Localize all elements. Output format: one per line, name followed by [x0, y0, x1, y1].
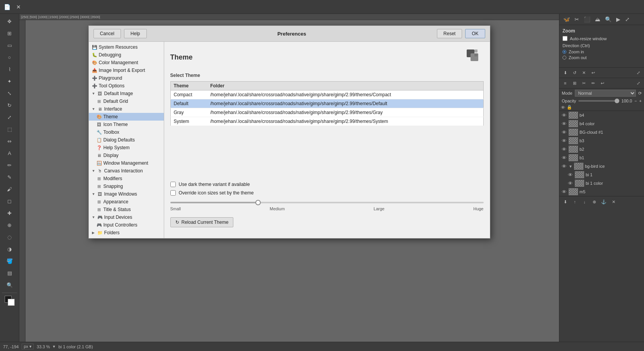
layer-duplicate-btn[interactable]: ⊕: [590, 198, 598, 206]
list-item[interactable]: 👁 m5: [559, 187, 644, 196]
sidebar-item-input-controllers[interactable]: 🎮 Input Controllers: [89, 221, 164, 229]
sidebar-item-dialog-defaults[interactable]: 📋 Dialog Defaults: [89, 136, 164, 144]
tool-perspective[interactable]: ⬚: [4, 123, 15, 135]
sidebar-item-theme[interactable]: 🎨 Theme: [89, 113, 164, 121]
eye-icon[interactable]: 👁: [561, 155, 567, 161]
sidebar-item-system-resources[interactable]: 💾 System Resources: [89, 43, 164, 51]
tool-clone[interactable]: ⊕: [4, 219, 15, 231]
layers-expand[interactable]: ⤢: [634, 79, 642, 87]
tool-gradient[interactable]: ▤: [4, 267, 15, 279]
sidebar-item-input-devices[interactable]: ▼ 🎮 Input Devices: [89, 213, 164, 221]
tool-path[interactable]: ✏: [4, 159, 15, 171]
list-item[interactable]: 👁 BG-cloud #1: [559, 128, 644, 136]
eye-icon[interactable]: 👁: [567, 172, 573, 178]
layer-btn-3[interactable]: ✕: [579, 68, 588, 77]
zoom-in-radio[interactable]: [562, 50, 566, 54]
zoom-out-option[interactable]: Zoom out: [562, 55, 641, 60]
right-butterfly-icon[interactable]: 🦋: [562, 15, 571, 23]
tool-paintbrush[interactable]: 🖌: [4, 183, 15, 195]
layers-icon[interactable]: ≡: [561, 79, 569, 87]
auto-resize-checkbox[interactable]: [562, 36, 568, 41]
tool-rotate[interactable]: ↻: [4, 99, 15, 111]
sidebar-item-display[interactable]: 🖥 Display: [89, 152, 164, 159]
cancel-button[interactable]: Cancel: [93, 29, 121, 38]
list-item[interactable]: 👁 b1: [559, 153, 644, 162]
eye-icon[interactable]: 👁: [561, 129, 567, 135]
unit-select[interactable]: px ▾: [22, 344, 34, 349]
layer-add-btn[interactable]: ⬇: [561, 198, 569, 206]
tool-select-rect[interactable]: ▭: [4, 39, 15, 51]
toolbar-icon-file[interactable]: 📄: [2, 2, 12, 12]
tool-pencil[interactable]: ✎: [4, 171, 15, 183]
toolbar-icon-close[interactable]: ✕: [13, 2, 24, 12]
layer-btn-2[interactable]: ↺: [570, 68, 579, 77]
tool-lasso[interactable]: ⌇: [4, 63, 15, 75]
list-item[interactable]: 👁 b4: [559, 111, 644, 119]
tool-align[interactable]: ⊞: [4, 27, 15, 39]
help-button[interactable]: Help: [124, 29, 147, 38]
eye-icon[interactable]: 👁: [561, 147, 567, 152]
ok-button[interactable]: OK: [465, 29, 485, 38]
eye-icon[interactable]: 👁: [567, 181, 573, 186]
tool-crop[interactable]: ⤡: [4, 87, 15, 99]
tool-heal[interactable]: ✚: [4, 207, 15, 219]
tool-dodge[interactable]: ◑: [4, 243, 15, 255]
sidebar-item-color-management[interactable]: 🎨 Color Management: [89, 59, 164, 66]
tool-move[interactable]: ✥: [4, 15, 15, 27]
sidebar-item-default-grid[interactable]: ⊞ Default Grid: [89, 97, 164, 105]
layer-btn-5[interactable]: ⤢: [634, 68, 642, 77]
opacity-thumb[interactable]: [615, 99, 619, 103]
sidebar-item-folders[interactable]: ▶ 📁 Folders: [89, 229, 164, 237]
override-icon-checkbox[interactable]: [170, 190, 176, 196]
zoom-out-radio[interactable]: [562, 56, 566, 60]
tool-eraser[interactable]: ◻: [4, 195, 15, 207]
table-row[interactable]: Default /home/jehan/.local/share/crossro…: [170, 99, 483, 108]
reset-button[interactable]: Reset: [437, 29, 462, 38]
right-scissor-icon[interactable]: ✂: [573, 15, 581, 23]
paintbrush-icon[interactable]: ✏: [589, 79, 597, 87]
history-icon[interactable]: ↩: [598, 79, 607, 87]
sidebar-item-interface[interactable]: ▼ 🖥 Interface: [89, 105, 164, 113]
tool-bucket[interactable]: 🪣: [4, 255, 15, 267]
right-search-icon[interactable]: 🔍: [603, 15, 613, 23]
sidebar-item-image-import-export[interactable]: 📥 Image Import & Export: [89, 66, 164, 74]
eye-icon[interactable]: 👁: [561, 121, 567, 127]
sidebar-item-window-management[interactable]: 🪟 Window Management: [89, 159, 164, 167]
layer-lower-btn[interactable]: ↓: [580, 198, 589, 206]
right-mountain-icon[interactable]: ⛰: [593, 15, 602, 23]
sidebar-item-playground[interactable]: ➕ Playground: [89, 74, 164, 82]
tool-blur[interactable]: ◌: [4, 231, 15, 243]
opacity-slider[interactable]: [578, 100, 619, 102]
eye-icon[interactable]: 👁: [561, 138, 567, 144]
size-slider-track[interactable]: [170, 202, 484, 203]
sidebar-item-modifiers[interactable]: ⊞ Modifiers: [89, 175, 164, 182]
sidebar-item-default-image[interactable]: ▼ 🖼 Default Image: [89, 90, 164, 97]
sidebar-item-appearance[interactable]: ⊞ Appearance: [89, 198, 164, 206]
table-row[interactable]: Compact /home/jehan/.local/share/crossro…: [170, 90, 483, 99]
dark-theme-checkbox[interactable]: [170, 182, 176, 187]
tool-select-ellipse[interactable]: ○: [4, 51, 15, 63]
tool-zoom[interactable]: 🔍: [4, 279, 15, 291]
opacity-plus[interactable]: +: [639, 99, 642, 103]
slider-thumb[interactable]: [255, 200, 261, 205]
sidebar-item-help-system[interactable]: ❓ Help System: [89, 144, 164, 152]
sidebar-item-image-windows[interactable]: ▼ 🖼 Image Windows: [89, 190, 164, 198]
list-item[interactable]: 👁 bi 1 color: [559, 179, 644, 187]
zoom-in-option[interactable]: Zoom in: [562, 49, 641, 54]
eye-icon[interactable]: 👁: [561, 164, 567, 169]
sidebar-item-canvas-interaction[interactable]: ▼ 🖱 Canvas Interaction: [89, 167, 164, 175]
paths-icon[interactable]: ✂: [579, 79, 588, 87]
right-expand-icon[interactable]: ⤢: [624, 15, 631, 23]
eye-icon[interactable]: 👁: [561, 112, 567, 118]
sidebar-item-toolbox[interactable]: 🔧 Toolbox: [89, 128, 164, 136]
tool-scale[interactable]: ⤢: [4, 111, 15, 123]
tool-fuzzy-select[interactable]: ✦: [4, 75, 15, 87]
tool-text[interactable]: A: [4, 147, 15, 159]
layer-raise-btn[interactable]: ↑: [571, 198, 579, 206]
table-row[interactable]: System /home/jehan/.local/share/crossroa…: [170, 117, 483, 126]
right-arrow-icon[interactable]: ▶: [615, 15, 622, 23]
sidebar-item-title-status[interactable]: ⊞ Title & Status: [89, 206, 164, 213]
list-item[interactable]: 👁 b2: [559, 145, 644, 153]
sidebar-item-tool-options[interactable]: ➕ Tool Options: [89, 82, 164, 90]
tool-flip[interactable]: ⇔: [4, 135, 15, 147]
